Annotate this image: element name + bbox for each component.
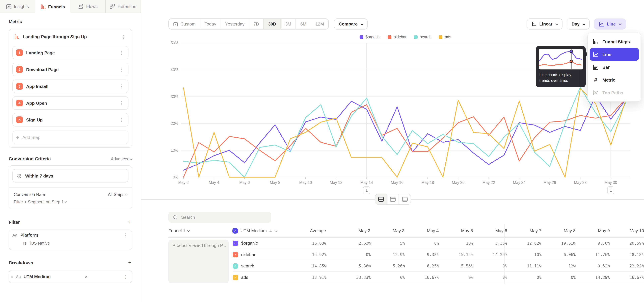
day-value: 0% <box>371 275 405 280</box>
tooltip-mini-line-chart <box>539 49 583 70</box>
y-axis-label: 50% <box>171 41 178 45</box>
kebab-icon[interactable]: ⋮ <box>122 233 129 238</box>
layout-table-view-button[interactable] <box>399 194 410 204</box>
chevron-down-icon <box>556 22 558 25</box>
day-value: 0% <box>473 275 508 280</box>
legend-item[interactable]: sidebar <box>388 35 406 39</box>
layout-chart-view-button[interactable] <box>387 194 399 204</box>
row-checkbox[interactable]: ✓ <box>233 275 238 280</box>
insights-icon <box>6 4 12 9</box>
table-day-header[interactable]: May 3 <box>370 228 404 233</box>
range-6m[interactable]: 6M <box>296 19 311 29</box>
range-today[interactable]: Today <box>200 19 221 29</box>
average-value: 15.92% <box>286 252 326 257</box>
select-all-checkbox[interactable]: ✓ <box>232 228 238 234</box>
step-number-badge: 1 <box>16 49 23 56</box>
funnel-step-5[interactable]: 5 Sign Up ⋮ <box>12 113 128 126</box>
filter-condition[interactable]: Is iOS Native <box>12 238 129 246</box>
tab-insights[interactable]: Insights <box>0 0 35 13</box>
table-day-header[interactable]: May 8 <box>541 228 576 233</box>
compare-button[interactable]: Compare <box>334 18 368 30</box>
filter-heading: Filter + <box>9 219 132 226</box>
table-day-header[interactable]: May 5 <box>439 228 473 233</box>
funnel-column-header[interactable]: Funnel 1 <box>168 228 232 233</box>
legend-item[interactable]: search <box>414 35 432 39</box>
conversion-window-button[interactable]: Within 7 days <box>12 169 128 182</box>
add-step-button[interactable]: + Add Step <box>12 130 128 144</box>
add-breakdown-button[interactable]: + <box>128 260 132 266</box>
day-value: 5.26% <box>371 264 405 268</box>
table-day-header[interactable]: May 6 <box>473 228 507 233</box>
tab-funnels[interactable]: Funnels <box>35 0 70 14</box>
chart-options-toolbar: Linear Day Line <box>527 18 626 30</box>
tab-flows[interactable]: Flows <box>70 0 106 13</box>
legend-item[interactable]: $organic <box>360 35 380 39</box>
funnel-step-4[interactable]: 4 App Open ⋮ <box>12 96 128 110</box>
day-value: 15.15% <box>439 252 473 257</box>
row-checkbox[interactable]: ✓ <box>233 263 238 268</box>
kebab-icon[interactable]: ⋮ <box>118 50 126 55</box>
funnel-title: Landing Page through Sign Up <box>23 34 87 39</box>
step-label: Download Page <box>26 67 59 72</box>
range-30d[interactable]: 30D <box>264 19 281 29</box>
kebab-icon[interactable]: ⋮ <box>122 274 129 279</box>
menu-item-bar[interactable]: Bar <box>590 61 639 74</box>
filter-segment-toggle[interactable]: Filter + Segment on Step 1 <box>9 200 132 209</box>
funnel-step-3[interactable]: 3 App Install ⋮ <box>12 80 128 93</box>
table-day-header[interactable]: May 2 <box>336 228 370 233</box>
row-checkbox[interactable]: ✓ <box>233 240 238 246</box>
breakdown-property[interactable]: UTM Medium <box>24 274 51 279</box>
tab-retention[interactable]: Retention <box>106 0 141 13</box>
range-custom[interactable]: Custom <box>169 19 200 29</box>
kebab-icon[interactable]: ⋮ <box>118 67 126 72</box>
row-checkbox[interactable]: ✓ <box>233 252 238 257</box>
kebab-icon[interactable]: ⋮ <box>118 84 126 88</box>
add-filter-button[interactable]: + <box>128 219 132 226</box>
funnel-bars-icon <box>14 34 20 39</box>
y-axis-label: 20% <box>171 121 178 126</box>
kebab-icon[interactable]: ⋮ <box>118 101 126 105</box>
x-axis-label: May 16 <box>391 180 403 185</box>
table-day-header[interactable]: May 10 <box>610 228 644 233</box>
plus-icon: + <box>16 134 19 140</box>
range-7d[interactable]: 7D <box>249 19 264 29</box>
kebab-icon[interactable]: ⋮ <box>120 34 127 39</box>
range-12m[interactable]: 12M <box>311 19 328 29</box>
funnel-metric-title-row[interactable]: Landing Page through Sign Up ⋮ <box>12 32 128 42</box>
utm-column-header[interactable]: ✓ UTM Medium 4 <box>232 228 286 234</box>
layout-split-view-button[interactable] <box>375 194 387 204</box>
day-value: 18.18% <box>610 252 644 257</box>
day-value: 12% <box>542 264 576 268</box>
chart-type-dropdown[interactable]: Line <box>594 18 626 30</box>
filter-property[interactable]: Platform <box>20 232 38 238</box>
funnel-step-1[interactable]: 1 Landing Page ⋮ <box>12 46 128 60</box>
day-value: 11.11% <box>507 264 542 268</box>
table-view-icon <box>402 197 408 202</box>
kebab-icon[interactable]: ⋮ <box>118 118 126 122</box>
drag-handle-icon[interactable]: ≡ <box>11 275 13 279</box>
day-value: 0% <box>336 252 371 257</box>
menu-item-metric[interactable]: # Metric <box>590 74 639 86</box>
table-day-header[interactable]: May 7 <box>507 228 541 233</box>
search-input[interactable] <box>180 214 261 220</box>
close-icon[interactable]: × <box>84 274 88 280</box>
breakdown-card: ≡ Aa UTM Medium × ⋮ <box>9 270 132 283</box>
interval-dropdown[interactable]: Day <box>567 18 590 30</box>
table-day-header[interactable]: May 9 <box>576 228 610 233</box>
advanced-toggle[interactable]: Advanced <box>111 156 132 161</box>
average-column-header[interactable]: Average <box>286 228 326 233</box>
all-steps-dropdown[interactable]: All Steps <box>108 192 127 197</box>
table-day-header[interactable]: May 4 <box>404 228 439 233</box>
step-label: App Install <box>26 84 48 89</box>
range-3m[interactable]: 3M <box>281 19 296 29</box>
funnel-row-label[interactable]: Product Viewed through P... <box>168 240 229 283</box>
range-yesterday[interactable]: Yesterday <box>221 19 249 29</box>
legend-item[interactable]: ads <box>439 35 451 39</box>
menu-item-funnel-steps[interactable]: Funnel Steps <box>590 35 639 48</box>
funnel-step-2[interactable]: 2 Download Page ⋮ <box>12 63 128 76</box>
segment-name: search <box>241 264 254 268</box>
menu-item-line[interactable]: Line <box>590 48 639 61</box>
scale-dropdown[interactable]: Linear <box>527 18 562 30</box>
annotation-badge-count: 1 <box>610 188 612 192</box>
legend-swatch <box>360 35 363 39</box>
